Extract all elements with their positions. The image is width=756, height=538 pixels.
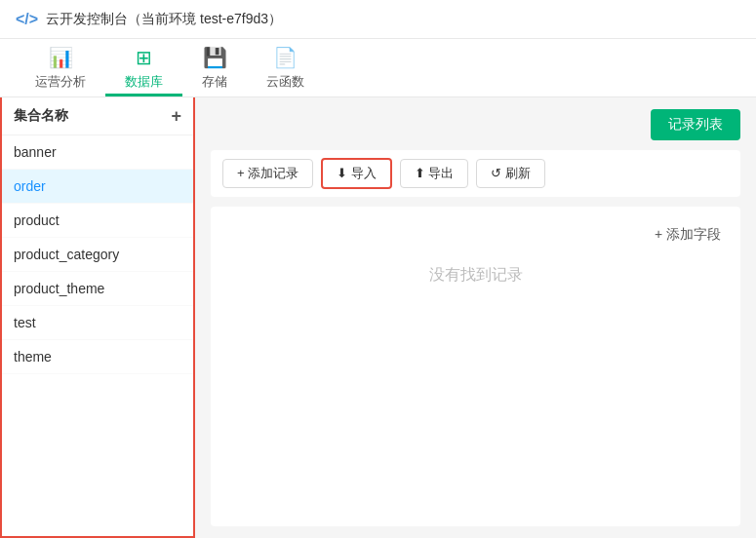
sidebar: 集合名称 + banner order product product_cate…: [0, 97, 195, 538]
sidebar-item-product[interactable]: product: [2, 204, 193, 238]
tab-functions-label: 云函数: [266, 73, 304, 91]
add-field-button[interactable]: + 添加字段: [655, 226, 721, 244]
sidebar-header-label: 集合名称: [14, 107, 68, 125]
toolbar: + 添加记录 ⬇ 导入 ⬆ 导出 ↺ 刷新: [211, 150, 740, 197]
functions-icon: 📄: [273, 46, 298, 69]
analytics-icon: 📊: [49, 46, 73, 69]
sidebar-item-theme[interactable]: theme: [2, 340, 193, 374]
tab-database[interactable]: ⊞ 数据库: [105, 42, 182, 96]
add-collection-button[interactable]: +: [171, 107, 181, 125]
content-area: 记录列表 + 添加记录 ⬇ 导入 ⬆ 导出 ↺ 刷新 没有找到记录 + 添加字段: [195, 97, 756, 538]
import-button[interactable]: ⬇ 导入: [321, 158, 392, 189]
sidebar-item-test[interactable]: test: [2, 306, 193, 340]
tab-analytics[interactable]: 📊 运营分析: [16, 42, 105, 96]
database-icon: ⊞: [136, 46, 152, 69]
refresh-button[interactable]: ↺ 刷新: [476, 159, 545, 188]
record-list-button[interactable]: 记录列表: [651, 109, 740, 140]
sidebar-item-product-theme[interactable]: product_theme: [2, 272, 193, 306]
app-title: 云开发控制台（当前环境 test-e7f9d3）: [46, 11, 282, 28]
nav-tabs: 📊 运营分析 ⊞ 数据库 💾 存储 📄 云函数: [0, 39, 756, 97]
sidebar-item-order[interactable]: order: [2, 170, 193, 204]
tab-functions[interactable]: 📄 云函数: [247, 42, 324, 96]
storage-icon: 💾: [203, 46, 227, 69]
main-layout: 集合名称 + banner order product product_cate…: [0, 97, 756, 538]
tab-analytics-label: 运营分析: [35, 73, 86, 91]
app-icon: </>: [16, 11, 38, 28]
export-button[interactable]: ⬆ 导出: [400, 159, 469, 188]
data-area: 没有找到记录 + 添加字段: [211, 207, 740, 526]
header: </> 云开发控制台（当前环境 test-e7f9d3）: [0, 0, 756, 39]
sidebar-header: 集合名称 +: [2, 97, 193, 135]
tab-database-label: 数据库: [125, 73, 163, 91]
sidebar-item-banner[interactable]: banner: [2, 135, 193, 170]
add-record-button[interactable]: + 添加记录: [222, 159, 313, 188]
tab-storage[interactable]: 💾 存储: [182, 42, 247, 96]
tab-storage-label: 存储: [202, 73, 227, 91]
sidebar-item-product-category[interactable]: product_category: [2, 238, 193, 272]
action-bar: 记录列表: [211, 109, 740, 140]
